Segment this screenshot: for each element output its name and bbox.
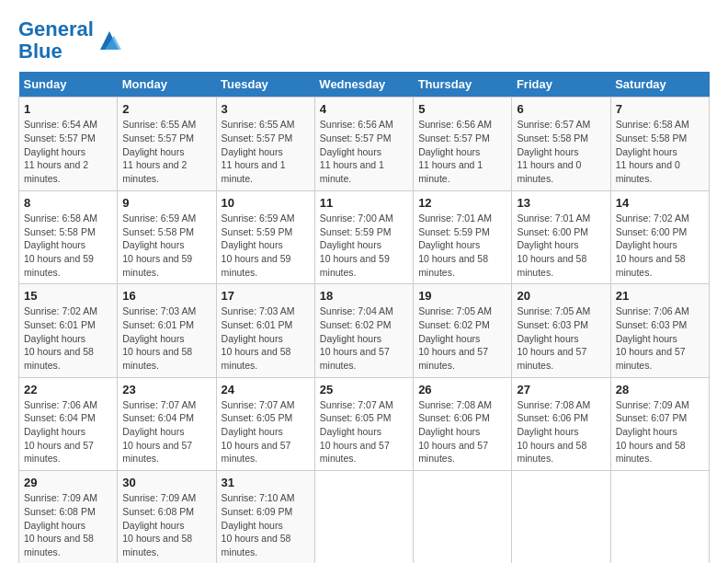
day-number: 11 (320, 196, 408, 210)
day-number: 17 (222, 289, 310, 303)
calendar-cell: 31 Sunrise: 7:10 AM Sunset: 6:09 PM Dayl… (216, 471, 314, 563)
calendar-cell (414, 471, 512, 563)
day-number: 23 (122, 383, 210, 396)
day-number: 16 (122, 289, 210, 303)
calendar-cell: 19 Sunrise: 7:05 AM Sunset: 6:02 PM Dayl… (414, 284, 512, 377)
calendar-cell: 30 Sunrise: 7:09 AM Sunset: 6:08 PM Dayl… (118, 471, 216, 563)
day-info: Sunrise: 7:09 AM Sunset: 6:07 PM Dayligh… (616, 398, 704, 465)
calendar-cell: 23 Sunrise: 7:07 AM Sunset: 6:04 PM Dayl… (118, 377, 216, 470)
calendar-cell: 15 Sunrise: 7:02 AM Sunset: 6:01 PM Dayl… (19, 284, 118, 377)
calendar-cell: 4 Sunrise: 6:56 AM Sunset: 5:57 PM Dayli… (314, 98, 413, 190)
calendar-cell: 12 Sunrise: 7:01 AM Sunset: 5:59 PM Dayl… (414, 190, 512, 283)
day-info: Sunrise: 6:55 AM Sunset: 5:57 PM Dayligh… (222, 118, 310, 185)
calendar-week-row: 22 Sunrise: 7:06 AM Sunset: 6:04 PM Dayl… (19, 377, 710, 470)
calendar-cell (610, 471, 709, 563)
day-number: 1 (24, 102, 112, 116)
day-info: Sunrise: 7:04 AM Sunset: 6:02 PM Dayligh… (320, 304, 408, 372)
weekday-header: Wednesday (314, 72, 413, 98)
weekday-header: Thursday (414, 72, 512, 98)
day-info: Sunrise: 7:09 AM Sunset: 6:08 PM Dayligh… (122, 491, 210, 558)
day-number: 29 (24, 476, 112, 489)
day-info: Sunrise: 7:03 AM Sunset: 6:01 PM Dayligh… (122, 304, 210, 372)
day-info: Sunrise: 7:10 AM Sunset: 6:09 PM Dayligh… (222, 491, 310, 558)
day-number: 6 (517, 102, 605, 116)
day-number: 19 (418, 289, 506, 303)
weekday-header: Saturday (610, 72, 709, 98)
day-info: Sunrise: 7:01 AM Sunset: 5:59 PM Dayligh… (418, 212, 506, 279)
day-info: Sunrise: 6:58 AM Sunset: 5:58 PM Dayligh… (24, 212, 112, 279)
calendar-week-row: 15 Sunrise: 7:02 AM Sunset: 6:01 PM Dayl… (19, 284, 710, 377)
day-info: Sunrise: 7:01 AM Sunset: 6:00 PM Dayligh… (517, 212, 605, 279)
calendar-cell (512, 471, 610, 563)
calendar-cell: 2 Sunrise: 6:55 AM Sunset: 5:57 PM Dayli… (118, 98, 216, 190)
calendar-cell: 22 Sunrise: 7:06 AM Sunset: 6:04 PM Dayl… (19, 377, 118, 470)
calendar-cell: 25 Sunrise: 7:07 AM Sunset: 6:05 PM Dayl… (314, 377, 413, 470)
day-number: 7 (616, 102, 704, 116)
logo-text: General Blue (18, 18, 94, 63)
calendar-week-row: 8 Sunrise: 6:58 AM Sunset: 5:58 PM Dayli… (19, 190, 710, 283)
day-info: Sunrise: 7:02 AM Sunset: 6:00 PM Dayligh… (616, 212, 704, 279)
day-number: 31 (222, 476, 310, 489)
day-number: 13 (517, 196, 605, 210)
day-number: 27 (517, 383, 605, 396)
day-info: Sunrise: 7:07 AM Sunset: 6:05 PM Dayligh… (320, 398, 408, 465)
calendar-table: SundayMondayTuesdayWednesdayThursdayFrid… (18, 72, 710, 563)
day-info: Sunrise: 7:07 AM Sunset: 6:05 PM Dayligh… (222, 398, 310, 465)
day-number: 10 (222, 196, 310, 210)
day-info: Sunrise: 7:05 AM Sunset: 6:02 PM Dayligh… (418, 304, 506, 372)
day-info: Sunrise: 7:00 AM Sunset: 5:59 PM Dayligh… (320, 212, 408, 279)
calendar-cell: 18 Sunrise: 7:04 AM Sunset: 6:02 PM Dayl… (314, 284, 413, 377)
weekday-header: Friday (512, 72, 610, 98)
day-number: 12 (418, 196, 506, 210)
day-number: 2 (122, 102, 210, 116)
day-number: 22 (24, 383, 112, 396)
day-info: Sunrise: 7:09 AM Sunset: 6:08 PM Dayligh… (24, 491, 112, 558)
calendar-cell: 26 Sunrise: 7:08 AM Sunset: 6:06 PM Dayl… (414, 377, 512, 470)
calendar-cell: 14 Sunrise: 7:02 AM Sunset: 6:00 PM Dayl… (610, 190, 709, 283)
calendar-cell: 28 Sunrise: 7:09 AM Sunset: 6:07 PM Dayl… (610, 377, 709, 470)
day-info: Sunrise: 6:58 AM Sunset: 5:58 PM Dayligh… (616, 118, 704, 185)
day-info: Sunrise: 7:03 AM Sunset: 6:01 PM Dayligh… (222, 304, 310, 372)
day-number: 30 (122, 476, 210, 489)
day-number: 9 (122, 196, 210, 210)
day-info: Sunrise: 6:57 AM Sunset: 5:58 PM Dayligh… (517, 118, 605, 185)
day-number: 3 (222, 102, 310, 116)
calendar-cell: 24 Sunrise: 7:07 AM Sunset: 6:05 PM Dayl… (216, 377, 314, 470)
calendar-cell: 3 Sunrise: 6:55 AM Sunset: 5:57 PM Dayli… (216, 98, 314, 190)
calendar-header: SundayMondayTuesdayWednesdayThursdayFrid… (19, 72, 710, 98)
day-number: 5 (418, 102, 506, 116)
day-info: Sunrise: 7:02 AM Sunset: 6:01 PM Dayligh… (24, 304, 112, 372)
logo-icon (96, 27, 123, 54)
logo: General Blue (18, 18, 123, 63)
calendar-cell: 16 Sunrise: 7:03 AM Sunset: 6:01 PM Dayl… (118, 284, 216, 377)
day-info: Sunrise: 6:56 AM Sunset: 5:57 PM Dayligh… (320, 118, 408, 185)
day-info: Sunrise: 6:59 AM Sunset: 5:58 PM Dayligh… (122, 212, 210, 279)
weekday-header: Tuesday (216, 72, 314, 98)
day-info: Sunrise: 6:55 AM Sunset: 5:57 PM Dayligh… (122, 118, 210, 185)
calendar-week-row: 1 Sunrise: 6:54 AM Sunset: 5:57 PM Dayli… (19, 98, 710, 190)
day-number: 8 (24, 196, 112, 210)
day-number: 25 (320, 383, 408, 396)
day-info: Sunrise: 7:06 AM Sunset: 6:04 PM Dayligh… (24, 398, 112, 465)
day-number: 28 (616, 383, 704, 396)
calendar-cell: 1 Sunrise: 6:54 AM Sunset: 5:57 PM Dayli… (19, 98, 118, 190)
day-number: 20 (517, 289, 605, 303)
calendar-cell: 21 Sunrise: 7:06 AM Sunset: 6:03 PM Dayl… (610, 284, 709, 377)
day-info: Sunrise: 6:56 AM Sunset: 5:57 PM Dayligh… (418, 118, 506, 185)
weekday-header: Monday (118, 72, 216, 98)
calendar-cell: 11 Sunrise: 7:00 AM Sunset: 5:59 PM Dayl… (314, 190, 413, 283)
calendar-cell (314, 471, 413, 563)
day-number: 14 (616, 196, 704, 210)
day-number: 24 (222, 383, 310, 396)
day-info: Sunrise: 7:08 AM Sunset: 6:06 PM Dayligh… (418, 398, 506, 465)
calendar-cell: 27 Sunrise: 7:08 AM Sunset: 6:06 PM Dayl… (512, 377, 610, 470)
day-number: 15 (24, 289, 112, 303)
calendar-cell: 13 Sunrise: 7:01 AM Sunset: 6:00 PM Dayl… (512, 190, 610, 283)
day-number: 4 (320, 102, 408, 116)
calendar-cell: 20 Sunrise: 7:05 AM Sunset: 6:03 PM Dayl… (512, 284, 610, 377)
calendar-cell: 29 Sunrise: 7:09 AM Sunset: 6:08 PM Dayl… (19, 471, 118, 563)
day-number: 18 (320, 289, 408, 303)
calendar-cell: 10 Sunrise: 6:59 AM Sunset: 5:59 PM Dayl… (216, 190, 314, 283)
weekday-header: Sunday (19, 72, 118, 98)
day-info: Sunrise: 7:05 AM Sunset: 6:03 PM Dayligh… (517, 304, 605, 372)
